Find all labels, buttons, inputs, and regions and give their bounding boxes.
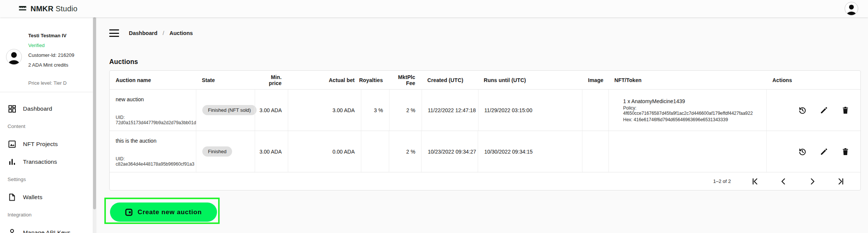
history-icon[interactable] [798, 147, 807, 156]
created-value: 11/22/2022 12:47:18 [428, 107, 476, 113]
delete-icon[interactable] [841, 106, 850, 115]
col-actual-bet: Actual bet [288, 77, 361, 83]
image-cell [582, 90, 608, 131]
last-page-icon[interactable] [836, 177, 845, 186]
brand-bold: NMKR [31, 5, 53, 13]
user-name: Testi Testman IV [28, 31, 74, 41]
min-price-value: 3.00 ADA [260, 107, 282, 113]
edit-icon[interactable] [819, 147, 828, 156]
runs-until-value: 10/30/2022 09:34:15 [484, 149, 532, 155]
sidebar-item-label: Manage API Keys [23, 229, 70, 233]
sidebar-item-transactions[interactable]: Transactions [0, 153, 93, 171]
main-content: Dashboard / Auctions Auctions Auction na… [96, 17, 868, 233]
menu-toggle-icon[interactable] [109, 29, 119, 37]
auctions-table: Auction name State Min. price Actual bet… [109, 70, 861, 190]
nft-token-title: 1 x AnatomyMedicine1439 [623, 98, 685, 104]
col-nft-token: NFT/Token [608, 77, 767, 83]
pagination-range: 1–2 of 2 [713, 178, 731, 184]
runs-until-value: 11/29/2022 03:15:00 [484, 107, 532, 113]
royalties-value: 3 % [374, 107, 383, 113]
bar-chart-icon [8, 157, 17, 166]
nft-policy: Policy: 4f650cce71676587d45fa9f1ac2c7d44… [623, 105, 760, 116]
breadcrumb-dashboard[interactable]: Dashboard [129, 30, 157, 36]
sidebar-item-manage-api-keys[interactable]: Manage API Keys [0, 224, 93, 233]
user-avatar-button[interactable] [845, 2, 858, 15]
history-icon[interactable] [798, 106, 807, 115]
status-badge: Finished (NFT sold) [202, 105, 257, 115]
col-royalties: Royalties [361, 77, 389, 83]
sidebar-section-content: Content [0, 117, 93, 135]
sidebar-avatar [6, 49, 22, 65]
actual-bet-value: 0.00 ADA [332, 149, 355, 155]
sidebar: Testi Testman IV Verified Customer-Id: 2… [0, 17, 93, 233]
brand-logo: NMKR Studio [18, 4, 77, 13]
mint-credits: 2 ADA Mint credits [28, 60, 74, 70]
breadcrumb: Dashboard / Auctions [109, 29, 193, 37]
actual-bet-value: 3.00 ADA [333, 107, 355, 113]
sidebar-divider [0, 92, 93, 92]
col-state: State [196, 77, 255, 83]
col-created: Created (UTC) [421, 77, 478, 83]
sidebar-scrollbar[interactable] [93, 17, 96, 233]
user-info: Testi Testman IV Verified Customer-Id: 2… [28, 31, 74, 70]
create-new-auction-button[interactable]: Create new auction [110, 203, 217, 222]
verified-status: Verified [28, 41, 74, 50]
customer-id: Customer-Id: 216209 [28, 50, 74, 60]
sidebar-section-settings: Settings [0, 171, 93, 188]
col-mktplc-fee: MktPlc Fee [389, 74, 421, 86]
mktplc-fee-value: 2 % [406, 149, 415, 155]
sidebar-item-label: Transactions [23, 158, 57, 165]
image-icon [8, 140, 17, 149]
col-runs-until: Runs until (UTC) [478, 77, 582, 83]
nft-hex: Hex: 416e61746f6d794d65646963696e6531343… [623, 117, 728, 122]
auction-name: new auction [116, 96, 144, 102]
first-page-icon[interactable] [750, 177, 760, 186]
price-level: Price level: Tier D [28, 78, 67, 88]
sidebar-section-integration: Integration [0, 206, 93, 224]
col-actions: Actions [766, 77, 860, 83]
highlight-box: Create new auction [104, 198, 220, 224]
col-image: Image [582, 77, 608, 83]
previous-page-icon[interactable] [779, 177, 788, 186]
sidebar-item-nft-projects[interactable]: NFT Projects [0, 135, 93, 153]
breadcrumb-separator: / [163, 30, 164, 36]
auction-uid: UID: c82ae364d4e448178a95b96960cf91a3 [116, 156, 194, 167]
col-auction-name: Auction name [110, 77, 196, 83]
breadcrumb-auctions[interactable]: Auctions [170, 30, 193, 36]
auction-uid: UID: 72d0a15173d44779b9a2d2d79a3bb01d [116, 115, 196, 125]
sidebar-item-label: Dashboard [23, 105, 52, 112]
page-title: Auctions [109, 58, 138, 66]
create-button-label: Create new auction [138, 209, 202, 216]
sidebar-item-dashboard[interactable]: Dashboard [0, 100, 93, 117]
brand-light: Studio [56, 5, 78, 13]
table-row: this is the auction UID: c82ae364d4e4481… [110, 131, 860, 172]
table-pagination: 1–2 of 2 [110, 172, 860, 190]
sidebar-item-wallets[interactable]: Wallets [0, 188, 93, 206]
dashboard-icon [8, 104, 17, 113]
next-page-icon[interactable] [808, 177, 817, 186]
min-price-value: 3.00 ADA [260, 149, 282, 155]
created-value: 10/23/2022 09:34:27 [428, 149, 476, 155]
scrollbar-thumb[interactable] [93, 17, 96, 209]
delete-icon[interactable] [841, 147, 850, 156]
topbar: NMKR Studio [0, 0, 868, 17]
sidebar-item-label: Wallets [23, 194, 43, 201]
brand-name: NMKR Studio [31, 5, 77, 13]
auction-name: this is the auction [116, 138, 156, 144]
nmkr-logo-icon [18, 4, 27, 13]
sidebar-item-label: NFT Projects [23, 141, 58, 148]
create-auction-icon [125, 209, 133, 216]
image-cell [582, 131, 608, 172]
mktplc-fee-value: 2 % [406, 107, 415, 113]
col-min-price: Min. price [255, 74, 288, 86]
edit-icon[interactable] [819, 106, 828, 115]
table-row: new auction UID: 72d0a15173d44779b9a2d2d… [110, 90, 860, 131]
key-icon [8, 228, 17, 233]
sidebar-nav: Dashboard Content NFT Projects Transacti… [0, 100, 93, 233]
table-header-row: Auction name State Min. price Actual bet… [110, 71, 860, 90]
document-icon [8, 193, 17, 202]
status-badge: Finished [202, 146, 232, 157]
